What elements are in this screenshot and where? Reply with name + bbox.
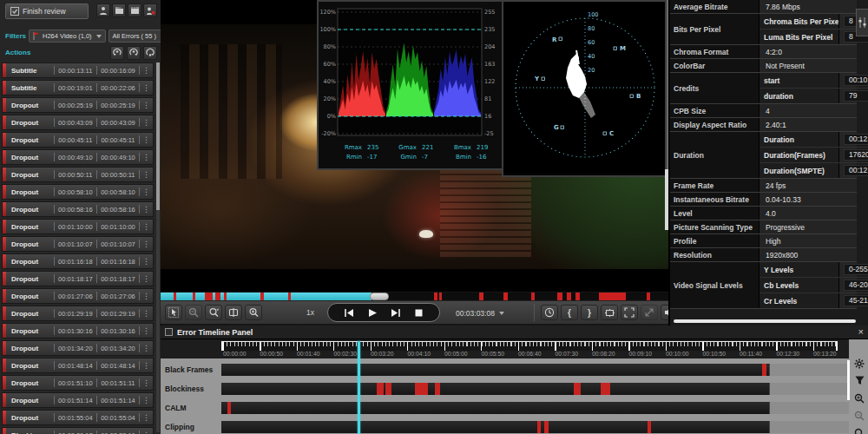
mark-out-icon[interactable]: } — [581, 305, 598, 320]
row-menu-icon[interactable]: ⋮ — [142, 293, 150, 300]
error-row[interactable]: Dropout00:00:58:1000:00:58:10⋮ — [2, 184, 154, 200]
error-row[interactable]: Dropout00:00:49:1000:00:49:10⋮ — [2, 149, 154, 165]
zoom-region-tool-icon[interactable] — [205, 305, 222, 320]
error-row[interactable]: Dropout00:01:55:0400:01:55:04⋮ — [2, 410, 154, 425]
error-row[interactable]: Dropout00:00:50:1100:00:50:11⋮ — [2, 167, 154, 182]
timeline-ruler[interactable] — [221, 341, 838, 351]
seek-handle[interactable] — [370, 293, 389, 300]
error-row[interactable]: Blockiness00:03:29:1700:03:33:19⋮ — [2, 427, 154, 434]
error-row[interactable]: Dropout00:00:43:0900:00:43:09⋮ — [2, 115, 154, 130]
zoom-in-icon[interactable] — [853, 391, 866, 404]
error-row[interactable]: Subtitle00:00:13:1100:00:16:09⋮ — [2, 62, 154, 78]
error-row[interactable]: Dropout00:01:51:1000:01:51:11⋮ — [2, 375, 154, 391]
panel-splitter[interactable] — [665, 169, 668, 230]
track-lane[interactable] — [221, 364, 849, 376]
row-menu-icon[interactable]: ⋮ — [142, 188, 150, 196]
fit-frame-icon[interactable] — [601, 305, 618, 320]
row-menu-icon[interactable]: ⋮ — [142, 84, 150, 92]
error-row[interactable]: Dropout00:01:10:0000:01:10:00⋮ — [2, 219, 154, 234]
row-menu-icon[interactable]: ⋮ — [142, 310, 150, 318]
finish-review-button[interactable]: Finish review — [5, 3, 89, 19]
seek-bar[interactable] — [161, 293, 668, 300]
timeline-scrollbar[interactable] — [847, 360, 850, 400]
row-menu-icon[interactable]: ⋮ — [142, 154, 150, 161]
error-event-mark[interactable] — [574, 383, 581, 395]
track-lane[interactable] — [221, 402, 849, 414]
error-row[interactable]: Dropout00:01:27:0600:01:27:06⋮ — [2, 288, 154, 304]
filter-icon[interactable] — [853, 374, 866, 387]
row-menu-icon[interactable]: ⋮ — [142, 379, 150, 387]
panel-settings-tab[interactable] — [856, 9, 868, 36]
next-frame-button[interactable] — [389, 307, 403, 318]
error-row[interactable]: Dropout00:01:10:0700:01:10:07⋮ — [2, 236, 154, 252]
presenter-icon[interactable] — [96, 3, 110, 17]
track-lane[interactable] — [221, 421, 849, 433]
error-row[interactable]: Dropout00:00:25:1900:00:25:19⋮ — [2, 97, 154, 113]
row-menu-icon[interactable]: ⋮ — [142, 431, 150, 434]
error-event-mark[interactable] — [435, 383, 441, 395]
error-event-mark[interactable] — [601, 383, 609, 395]
row-menu-icon[interactable]: ⋮ — [142, 119, 150, 127]
fullscreen-icon[interactable] — [621, 305, 638, 320]
select-tool-icon[interactable] — [165, 305, 182, 320]
play-button[interactable] — [365, 307, 379, 318]
error-row[interactable]: Dropout00:00:58:1600:00:58:16⋮ — [2, 201, 154, 217]
metadata-hscrollbar[interactable] — [674, 319, 856, 323]
close-icon[interactable]: × — [858, 326, 864, 337]
error-event-mark[interactable] — [415, 383, 428, 395]
timeline-header[interactable]: Error Timeline Panel × — [161, 326, 868, 339]
timeline-playhead[interactable] — [358, 341, 360, 434]
track-lane[interactable] — [221, 383, 849, 395]
error-row[interactable]: Dropout00:01:16:1800:01:16:18⋮ — [2, 253, 154, 269]
zoom-out-tool-icon[interactable] — [185, 305, 202, 320]
stop-button[interactable] — [412, 307, 426, 318]
assign-back-icon[interactable] — [110, 46, 124, 60]
error-row[interactable]: Dropout00:01:34:2000:01:34:20⋮ — [2, 340, 154, 356]
error-event-mark[interactable] — [648, 421, 651, 433]
error-event-mark[interactable] — [537, 421, 541, 433]
marker-tool-icon[interactable] — [225, 305, 242, 320]
error-row[interactable]: Dropout00:00:45:1100:00:45:11⋮ — [2, 132, 154, 148]
previous-frame-button[interactable] — [342, 307, 356, 318]
row-menu-icon[interactable]: ⋮ — [142, 414, 150, 422]
row-menu-icon[interactable]: ⋮ — [142, 171, 150, 179]
clock-icon[interactable] — [541, 305, 558, 320]
row-menu-icon[interactable]: ⋮ — [142, 240, 150, 248]
row-menu-icon[interactable]: ⋮ — [142, 327, 150, 335]
histogram-overlay-panel[interactable]: 120%100% 80%60% 40%20% 0%-20% 255235 204… — [317, 0, 505, 170]
row-menu-icon[interactable]: ⋮ — [142, 362, 150, 370]
assign-user-icon[interactable] — [127, 46, 141, 60]
row-menu-icon[interactable]: ⋮ — [142, 223, 150, 231]
row-menu-icon[interactable]: ⋮ — [142, 102, 150, 109]
mark-in-icon[interactable]: { — [561, 305, 578, 320]
row-menu-icon[interactable]: ⋮ — [142, 345, 150, 352]
timecode-display[interactable]: 00:03:03:08 — [450, 308, 510, 319]
error-row[interactable]: Dropout00:01:18:1700:01:18:17⋮ — [2, 271, 154, 286]
codec-filter-select[interactable]: H264 Video (1,0) — [29, 30, 106, 43]
assign-forward-icon[interactable] — [143, 46, 157, 60]
error-row[interactable]: Dropout00:01:30:1600:01:30:16⋮ — [2, 323, 154, 339]
error-event-mark[interactable] — [377, 383, 384, 395]
clapperboard-alt-icon[interactable] — [128, 3, 141, 17]
row-menu-icon[interactable]: ⋮ — [142, 206, 150, 214]
error-row[interactable]: Dropout00:01:48:1400:01:48:14⋮ — [2, 358, 154, 373]
scrollbar-thumb[interactable] — [156, 62, 160, 210]
clapperboard-icon[interactable] — [112, 3, 126, 17]
error-event-mark[interactable] — [385, 383, 391, 395]
row-menu-icon[interactable]: ⋮ — [142, 258, 150, 266]
user-flag-icon[interactable] — [143, 3, 157, 17]
error-row[interactable]: Subtitle00:00:19:0100:00:22:06⋮ — [2, 80, 154, 95]
error-event-mark[interactable] — [227, 402, 231, 414]
error-row[interactable]: Dropout00:01:29:1900:01:29:19⋮ — [2, 306, 154, 321]
row-menu-icon[interactable]: ⋮ — [142, 67, 150, 75]
vectorscope-overlay-panel[interactable]: 100 80 60 40 20 R M Y B G C — [502, 0, 667, 177]
row-menu-icon[interactable]: ⋮ — [142, 397, 150, 404]
error-event-mark[interactable] — [762, 364, 766, 376]
gear-icon[interactable] — [853, 357, 866, 370]
error-list-scrollbar[interactable] — [156, 62, 160, 432]
row-menu-icon[interactable]: ⋮ — [142, 275, 150, 283]
zoom-in-tool-icon[interactable] — [245, 305, 262, 320]
error-row[interactable]: Dropout00:01:51:1400:01:51:14⋮ — [2, 392, 154, 408]
resize-icon[interactable] — [641, 305, 658, 320]
row-menu-icon[interactable]: ⋮ — [142, 136, 150, 144]
